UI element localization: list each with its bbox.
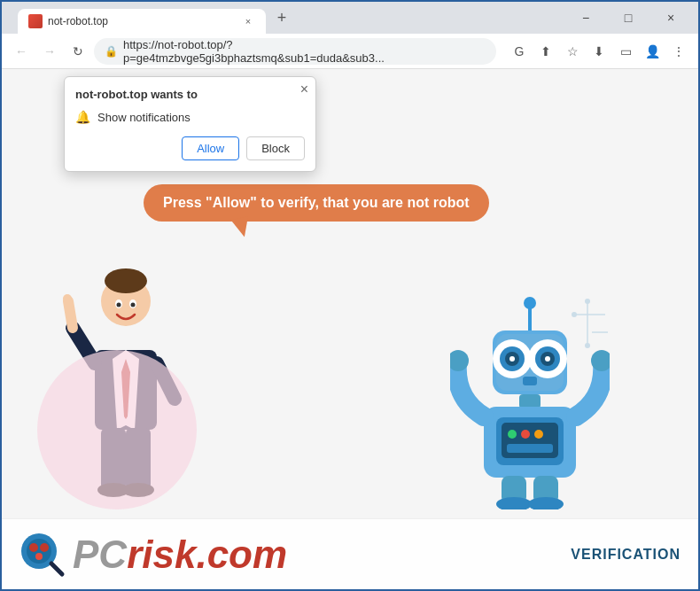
- allow-button[interactable]: Allow: [182, 136, 239, 160]
- minimize-button[interactable]: −: [565, 2, 606, 34]
- page-background: × not-robot.top wants to 🔔 Show notifica…: [2, 69, 698, 589]
- share-icon[interactable]: ⬆: [533, 39, 558, 64]
- svg-point-24: [524, 297, 536, 309]
- popup-title: not-robot.top wants to: [75, 88, 305, 101]
- svg-rect-36: [519, 394, 541, 408]
- maximize-button[interactable]: □: [608, 2, 649, 34]
- url-text: https://not-robot.top/?p=ge4tmzbvge5gi3b…: [123, 38, 486, 65]
- svg-point-33: [509, 356, 515, 362]
- logo-risk: risk: [127, 533, 196, 576]
- tab-bar: not-robot.top × + − □ ×: [2, 2, 698, 34]
- popup-close-button[interactable]: ×: [300, 82, 308, 97]
- back-button[interactable]: ←: [9, 39, 34, 64]
- window-controls: − □ ×: [565, 2, 691, 34]
- svg-point-19: [572, 312, 577, 317]
- reload-button[interactable]: ↻: [66, 39, 90, 64]
- google-icon[interactable]: G: [507, 39, 532, 64]
- forward-button[interactable]: →: [37, 39, 62, 64]
- notification-row: 🔔 Show notifications: [75, 110, 305, 124]
- svg-line-55: [51, 564, 62, 574]
- svg-point-40: [508, 430, 517, 439]
- logo-dot-com: .com: [196, 533, 287, 576]
- pcrisk-logo: PCrisk.com: [19, 532, 287, 578]
- svg-point-16: [63, 294, 72, 303]
- tab-close-button[interactable]: ×: [241, 14, 255, 28]
- robot-illustration: [450, 297, 610, 509]
- tab-favicon: [28, 14, 43, 28]
- address-bar-icons: G ⬆ ☆ ⬇ ▭ 👤 ⋮: [507, 39, 691, 64]
- browser-content: × not-robot.top wants to 🔔 Show notifica…: [2, 69, 698, 589]
- notification-popup: × not-robot.top wants to 🔔 Show notifica…: [64, 76, 316, 172]
- svg-point-48: [496, 497, 532, 509]
- svg-point-41: [521, 430, 530, 439]
- logo-icon: [19, 532, 66, 578]
- profile-icon[interactable]: 👤: [640, 39, 665, 64]
- bookmark-icon[interactable]: ☆: [560, 39, 585, 64]
- active-tab[interactable]: not-robot.top ×: [18, 9, 266, 34]
- extension-icon[interactable]: ▭: [613, 39, 638, 64]
- new-tab-button[interactable]: +: [269, 5, 294, 30]
- address-bar: ← → ↻ 🔒 https://not-robot.top/?p=ge4tmzb…: [2, 34, 698, 69]
- block-button[interactable]: Block: [246, 136, 305, 160]
- svg-point-15: [131, 303, 136, 307]
- person-illustration: [55, 261, 197, 509]
- svg-point-20: [585, 299, 590, 304]
- close-button[interactable]: ×: [650, 2, 691, 34]
- browser-window: not-robot.top × + − □ × ← → ↻ 🔒 https://…: [0, 0, 700, 591]
- menu-button[interactable]: ⋮: [666, 39, 691, 64]
- svg-point-21: [585, 343, 590, 348]
- logo-pc: PC: [73, 533, 127, 576]
- svg-point-34: [545, 356, 550, 362]
- speech-bubble-text: Press "Allow" to verify, that you are no…: [163, 195, 470, 210]
- download-icon[interactable]: ⬇: [587, 39, 611, 64]
- lock-icon: 🔒: [105, 45, 118, 58]
- bell-icon: 🔔: [75, 110, 90, 124]
- svg-point-54: [35, 553, 43, 560]
- address-bar-input[interactable]: 🔒 https://not-robot.top/?p=ge4tmzbvge5gi…: [94, 38, 496, 65]
- svg-line-6: [68, 301, 73, 328]
- pcrisk-bar: PCrisk.com VERIFICATION: [2, 518, 698, 589]
- speech-bubble: Press "Allow" to verify, that you are no…: [144, 184, 489, 222]
- tab-title: not-robot.top: [48, 15, 236, 27]
- svg-rect-43: [507, 444, 553, 453]
- notification-label: Show notifications: [97, 111, 191, 124]
- verification-label: VERIFICATION: [571, 547, 681, 563]
- svg-rect-35: [523, 377, 537, 385]
- svg-point-14: [117, 303, 121, 307]
- svg-point-1: [105, 268, 147, 293]
- svg-point-49: [528, 497, 564, 509]
- svg-point-52: [29, 543, 38, 552]
- popup-buttons: Allow Block: [75, 136, 305, 160]
- svg-point-53: [40, 543, 49, 552]
- svg-point-42: [534, 430, 543, 439]
- pcrisk-text: PCrisk.com: [73, 533, 287, 577]
